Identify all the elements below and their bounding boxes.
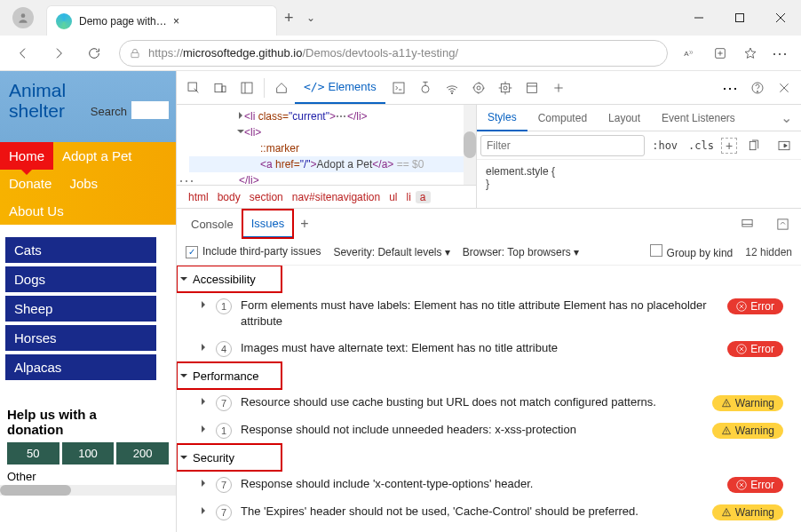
drawer-expand-icon[interactable] <box>769 210 796 237</box>
refresh-button[interactable] <box>76 39 112 67</box>
styles-tab[interactable]: Styles <box>477 105 527 131</box>
svg-rect-20 <box>501 83 509 91</box>
forward-button[interactable] <box>41 39 76 67</box>
svg-rect-5 <box>131 52 139 57</box>
svg-point-53 <box>726 515 726 516</box>
network-tab-icon[interactable] <box>439 75 465 101</box>
dom-tree[interactable]: ⋯ <li class="current">⋯</li> <li> ::mark… <box>177 105 476 185</box>
read-aloud-icon[interactable]: A⁾⁾ <box>675 39 705 67</box>
performance-tab-icon[interactable] <box>465 75 492 101</box>
browser-tab[interactable]: Demo page with accessibility iss… × <box>46 5 277 36</box>
address-bar[interactable]: https:// microsoftedge.github.io /Demos/… <box>119 40 668 67</box>
help-heading: Help us with adonation <box>7 407 169 437</box>
browser-menu-button[interactable]: ⋯ <box>765 39 796 67</box>
error-badge: Error <box>727 298 783 314</box>
donate-200[interactable]: 200 <box>116 442 169 465</box>
cat-dogs[interactable]: Dogs <box>5 266 156 292</box>
svg-rect-34 <box>749 141 756 149</box>
error-badge: Error <box>727 341 783 357</box>
new-tab-button[interactable]: + <box>277 9 301 28</box>
maximize-button[interactable] <box>719 0 760 36</box>
group-by-kind-checkbox[interactable]: Group by kind <box>650 244 734 259</box>
issue-row[interactable]: 7The 'Expires' header should not be used… <box>177 498 801 526</box>
bc-a[interactable]: a <box>416 191 431 203</box>
issue-row[interactable]: 1Response should not include unneeded he… <box>177 417 801 444</box>
help-icon[interactable] <box>744 75 771 101</box>
style-rules[interactable]: element.style { } <box>477 160 801 208</box>
hov-toggle[interactable]: :hov <box>648 139 681 152</box>
category-accessibility[interactable]: Accessibility <box>177 266 282 292</box>
event-listeners-tab[interactable]: Event Listeners <box>651 105 746 131</box>
cat-alpacas[interactable]: Alpacas <box>5 354 156 380</box>
bc-body[interactable]: body <box>213 191 245 203</box>
error-badge: Error <box>727 477 783 493</box>
issues-drawer-tab[interactable]: Issues <box>242 210 294 238</box>
svg-point-0 <box>21 13 26 18</box>
donate-100[interactable]: 100 <box>62 442 115 465</box>
category-performance[interactable]: Performance <box>177 362 282 389</box>
browser-filter[interactable]: Browser: Top browsers <box>463 246 579 258</box>
close-window-button[interactable] <box>760 0 801 36</box>
issues-list: Accessibility 1Form elements must have l… <box>177 266 801 532</box>
memory-tab-icon[interactable] <box>492 75 519 101</box>
bc-ul[interactable]: ul <box>385 191 401 203</box>
bc-html[interactable]: html <box>184 191 213 203</box>
issue-row[interactable]: 7Resource should use cache busting but U… <box>177 389 801 417</box>
dom-scrollbar[interactable] <box>464 105 476 185</box>
cat-sheep[interactable]: Sheep <box>5 296 156 322</box>
computed-tab[interactable]: Computed <box>527 105 598 131</box>
collections-icon[interactable] <box>705 39 735 67</box>
bc-li[interactable]: li <box>401 191 415 203</box>
device-toggle-icon[interactable] <box>207 75 234 101</box>
issue-row[interactable]: 4Images must have alternate text: Elemen… <box>177 335 801 362</box>
nav-jobs[interactable]: Jobs <box>60 170 107 197</box>
sources-tab-icon[interactable] <box>412 75 439 101</box>
breadcrumb-overflow-icon[interactable]: ⋯ <box>178 171 196 185</box>
elements-tab[interactable]: </>Elements <box>295 72 385 104</box>
welcome-tab-icon[interactable] <box>268 75 295 101</box>
severity-filter[interactable]: Severity: Default levels <box>333 246 449 258</box>
styles-filter-input[interactable] <box>480 135 645 156</box>
cat-horses[interactable]: Horses <box>5 325 156 351</box>
svg-point-46 <box>726 406 726 407</box>
nav-adopt[interactable]: Adopt a Pet <box>53 142 140 170</box>
console-drawer-tab[interactable]: Console <box>182 210 242 238</box>
back-button[interactable] <box>5 39 41 67</box>
lock-icon <box>129 47 141 60</box>
nav-home[interactable]: Home <box>0 142 53 170</box>
application-tab-icon[interactable] <box>519 75 545 101</box>
inspect-icon[interactable] <box>180 75 207 101</box>
bc-nav[interactable]: nav#sitenavigation <box>288 191 385 203</box>
profile-avatar[interactable] <box>12 7 34 28</box>
close-devtools[interactable] <box>771 75 797 101</box>
tab-overflow-icon[interactable]: ⌄ <box>301 12 321 24</box>
issue-row[interactable]: 1Form elements must have labels: Element… <box>177 292 801 335</box>
styles-pane-icon[interactable] <box>771 132 797 159</box>
styles-overflow-icon[interactable]: ⌄ <box>772 109 801 126</box>
horizontal-scrollbar[interactable] <box>0 485 176 496</box>
nav-about[interactable]: About Us <box>0 197 73 225</box>
favorite-icon[interactable] <box>735 39 765 67</box>
cat-cats[interactable]: Cats <box>5 237 156 263</box>
panel-layout-icon[interactable] <box>234 75 260 101</box>
new-rule-button[interactable]: + <box>721 138 737 154</box>
category-security[interactable]: Security <box>177 444 282 471</box>
hidden-count[interactable]: 12 hidden <box>745 246 792 258</box>
devtools-menu[interactable]: ⋯ <box>718 75 744 101</box>
close-tab-icon[interactable]: × <box>170 15 267 28</box>
drawer-add-tab[interactable]: + <box>293 216 315 232</box>
svg-rect-26 <box>527 83 536 92</box>
issue-row[interactable]: 7Response should include 'x-content-type… <box>177 471 801 498</box>
include-thirdparty-checkbox[interactable]: ✓Include third-party issues <box>186 245 321 258</box>
layout-tab[interactable]: Layout <box>598 105 651 131</box>
minimize-button[interactable] <box>678 0 719 36</box>
styles-copy-icon[interactable] <box>741 132 767 159</box>
svg-point-19 <box>473 83 483 92</box>
console-tab-icon[interactable] <box>385 75 412 101</box>
donate-50[interactable]: 50 <box>7 442 59 465</box>
cls-toggle[interactable]: .cls <box>685 139 718 152</box>
more-tabs-icon[interactable] <box>545 75 572 101</box>
drawer-dock-icon[interactable] <box>734 210 760 237</box>
search-input[interactable] <box>131 101 169 119</box>
bc-section[interactable]: section <box>245 191 288 203</box>
